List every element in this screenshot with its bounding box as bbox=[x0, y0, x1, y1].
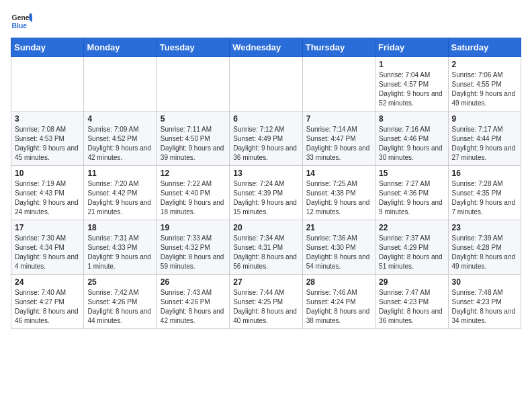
day-info: Sunrise: 7:04 AM Sunset: 4:57 PM Dayligh… bbox=[379, 71, 444, 108]
day-number: 6 bbox=[233, 114, 298, 124]
logo-icon: General Blue bbox=[11, 11, 32, 32]
day-info: Sunrise: 7:37 AM Sunset: 4:29 PM Dayligh… bbox=[379, 234, 444, 271]
calendar-cell: 27Sunrise: 7:44 AM Sunset: 4:25 PM Dayli… bbox=[230, 275, 302, 329]
day-number: 30 bbox=[452, 277, 517, 287]
calendar-cell: 17Sunrise: 7:30 AM Sunset: 4:34 PM Dayli… bbox=[11, 220, 84, 275]
day-info: Sunrise: 7:27 AM Sunset: 4:36 PM Dayligh… bbox=[379, 179, 444, 217]
weekday-header-friday: Friday bbox=[375, 38, 448, 57]
weekday-header-row: SundayMondayTuesdayWednesdayThursdayFrid… bbox=[11, 38, 521, 57]
day-info: Sunrise: 7:47 AM Sunset: 4:23 PM Dayligh… bbox=[379, 288, 444, 326]
calendar-cell: 20Sunrise: 7:34 AM Sunset: 4:31 PM Dayli… bbox=[230, 220, 302, 275]
calendar-cell: 9Sunrise: 7:17 AM Sunset: 4:44 PM Daylig… bbox=[448, 111, 521, 166]
day-info: Sunrise: 7:46 AM Sunset: 4:24 PM Dayligh… bbox=[306, 288, 371, 326]
weekday-header-tuesday: Tuesday bbox=[157, 38, 229, 57]
day-number: 1 bbox=[379, 60, 444, 69]
calendar-cell: 21Sunrise: 7:36 AM Sunset: 4:30 PM Dayli… bbox=[302, 220, 375, 275]
day-info: Sunrise: 7:40 AM Sunset: 4:27 PM Dayligh… bbox=[15, 288, 80, 326]
day-info: Sunrise: 7:11 AM Sunset: 4:50 PM Dayligh… bbox=[161, 125, 226, 163]
weekday-header-sunday: Sunday bbox=[11, 38, 84, 57]
weekday-header-wednesday: Wednesday bbox=[230, 38, 302, 57]
day-number: 24 bbox=[15, 277, 80, 287]
day-info: Sunrise: 7:48 AM Sunset: 4:23 PM Dayligh… bbox=[452, 288, 517, 326]
calendar-cell bbox=[84, 57, 157, 111]
day-number: 20 bbox=[233, 223, 298, 232]
calendar-cell: 14Sunrise: 7:25 AM Sunset: 4:38 PM Dayli… bbox=[302, 166, 375, 220]
day-number: 8 bbox=[379, 114, 444, 124]
day-number: 17 bbox=[15, 223, 80, 232]
day-info: Sunrise: 7:08 AM Sunset: 4:53 PM Dayligh… bbox=[15, 125, 80, 163]
day-number: 18 bbox=[87, 223, 152, 232]
day-info: Sunrise: 7:22 AM Sunset: 4:40 PM Dayligh… bbox=[161, 179, 226, 217]
day-number: 12 bbox=[161, 169, 226, 178]
day-info: Sunrise: 7:09 AM Sunset: 4:52 PM Dayligh… bbox=[87, 125, 152, 163]
day-info: Sunrise: 7:44 AM Sunset: 4:25 PM Dayligh… bbox=[233, 288, 298, 326]
logo: General Blue bbox=[11, 11, 32, 32]
calendar-cell bbox=[11, 57, 84, 111]
day-number: 13 bbox=[233, 169, 298, 178]
day-number: 9 bbox=[452, 114, 517, 124]
calendar-cell bbox=[157, 57, 229, 111]
week-row-2: 3Sunrise: 7:08 AM Sunset: 4:53 PM Daylig… bbox=[11, 111, 521, 166]
day-info: Sunrise: 7:39 AM Sunset: 4:28 PM Dayligh… bbox=[452, 234, 517, 271]
day-info: Sunrise: 7:31 AM Sunset: 4:33 PM Dayligh… bbox=[87, 234, 152, 271]
calendar-cell: 8Sunrise: 7:16 AM Sunset: 4:46 PM Daylig… bbox=[375, 111, 448, 166]
calendar-cell: 3Sunrise: 7:08 AM Sunset: 4:53 PM Daylig… bbox=[11, 111, 84, 166]
week-row-3: 10Sunrise: 7:19 AM Sunset: 4:43 PM Dayli… bbox=[11, 166, 521, 220]
calendar-cell: 5Sunrise: 7:11 AM Sunset: 4:50 PM Daylig… bbox=[157, 111, 229, 166]
calendar-cell: 29Sunrise: 7:47 AM Sunset: 4:23 PM Dayli… bbox=[375, 275, 448, 329]
day-number: 22 bbox=[379, 223, 444, 232]
calendar-cell: 30Sunrise: 7:48 AM Sunset: 4:23 PM Dayli… bbox=[448, 275, 521, 329]
calendar-cell: 1Sunrise: 7:04 AM Sunset: 4:57 PM Daylig… bbox=[375, 57, 448, 111]
day-info: Sunrise: 7:30 AM Sunset: 4:34 PM Dayligh… bbox=[15, 234, 80, 271]
day-number: 15 bbox=[379, 169, 444, 178]
calendar-cell: 10Sunrise: 7:19 AM Sunset: 4:43 PM Dayli… bbox=[11, 166, 84, 220]
day-info: Sunrise: 7:34 AM Sunset: 4:31 PM Dayligh… bbox=[233, 234, 298, 271]
day-number: 16 bbox=[452, 169, 517, 178]
calendar-cell: 7Sunrise: 7:14 AM Sunset: 4:47 PM Daylig… bbox=[302, 111, 375, 166]
day-number: 23 bbox=[452, 223, 517, 232]
day-info: Sunrise: 7:19 AM Sunset: 4:43 PM Dayligh… bbox=[15, 179, 80, 217]
week-row-1: 1Sunrise: 7:04 AM Sunset: 4:57 PM Daylig… bbox=[11, 57, 521, 111]
day-number: 27 bbox=[233, 277, 298, 287]
day-info: Sunrise: 7:24 AM Sunset: 4:39 PM Dayligh… bbox=[233, 179, 298, 217]
day-info: Sunrise: 7:14 AM Sunset: 4:47 PM Dayligh… bbox=[306, 125, 371, 163]
day-number: 19 bbox=[161, 223, 226, 232]
calendar-cell: 23Sunrise: 7:39 AM Sunset: 4:28 PM Dayli… bbox=[448, 220, 521, 275]
week-row-5: 24Sunrise: 7:40 AM Sunset: 4:27 PM Dayli… bbox=[11, 275, 521, 329]
day-info: Sunrise: 7:12 AM Sunset: 4:49 PM Dayligh… bbox=[233, 125, 298, 163]
calendar-cell: 6Sunrise: 7:12 AM Sunset: 4:49 PM Daylig… bbox=[230, 111, 302, 166]
weekday-header-saturday: Saturday bbox=[448, 38, 521, 57]
day-number: 25 bbox=[87, 277, 152, 287]
day-info: Sunrise: 7:20 AM Sunset: 4:42 PM Dayligh… bbox=[87, 179, 152, 217]
calendar-cell: 4Sunrise: 7:09 AM Sunset: 4:52 PM Daylig… bbox=[84, 111, 157, 166]
weekday-header-thursday: Thursday bbox=[302, 38, 375, 57]
calendar-cell: 2Sunrise: 7:06 AM Sunset: 4:55 PM Daylig… bbox=[448, 57, 521, 111]
calendar-cell: 26Sunrise: 7:43 AM Sunset: 4:26 PM Dayli… bbox=[157, 275, 229, 329]
calendar-cell: 18Sunrise: 7:31 AM Sunset: 4:33 PM Dayli… bbox=[84, 220, 157, 275]
calendar-cell: 22Sunrise: 7:37 AM Sunset: 4:29 PM Dayli… bbox=[375, 220, 448, 275]
day-number: 21 bbox=[306, 223, 371, 232]
day-number: 26 bbox=[161, 277, 226, 287]
day-number: 11 bbox=[87, 169, 152, 178]
calendar-cell: 15Sunrise: 7:27 AM Sunset: 4:36 PM Dayli… bbox=[375, 166, 448, 220]
calendar-cell: 12Sunrise: 7:22 AM Sunset: 4:40 PM Dayli… bbox=[157, 166, 229, 220]
day-info: Sunrise: 7:06 AM Sunset: 4:55 PM Dayligh… bbox=[452, 71, 517, 108]
day-info: Sunrise: 7:16 AM Sunset: 4:46 PM Dayligh… bbox=[379, 125, 444, 163]
calendar-cell: 16Sunrise: 7:28 AM Sunset: 4:35 PM Dayli… bbox=[448, 166, 521, 220]
header: General Blue bbox=[11, 11, 521, 32]
svg-text:Blue: Blue bbox=[12, 22, 28, 30]
day-number: 3 bbox=[15, 114, 80, 124]
day-info: Sunrise: 7:43 AM Sunset: 4:26 PM Dayligh… bbox=[161, 288, 226, 326]
day-number: 14 bbox=[306, 169, 371, 178]
day-info: Sunrise: 7:17 AM Sunset: 4:44 PM Dayligh… bbox=[452, 125, 517, 163]
calendar-cell: 19Sunrise: 7:33 AM Sunset: 4:32 PM Dayli… bbox=[157, 220, 229, 275]
day-number: 29 bbox=[379, 277, 444, 287]
day-number: 7 bbox=[306, 114, 371, 124]
day-number: 28 bbox=[306, 277, 371, 287]
day-number: 4 bbox=[87, 114, 152, 124]
calendar-cell bbox=[230, 57, 302, 111]
day-info: Sunrise: 7:25 AM Sunset: 4:38 PM Dayligh… bbox=[306, 179, 371, 217]
week-row-4: 17Sunrise: 7:30 AM Sunset: 4:34 PM Dayli… bbox=[11, 220, 521, 275]
weekday-header-monday: Monday bbox=[84, 38, 157, 57]
calendar-table: SundayMondayTuesdayWednesdayThursdayFrid… bbox=[11, 38, 521, 329]
